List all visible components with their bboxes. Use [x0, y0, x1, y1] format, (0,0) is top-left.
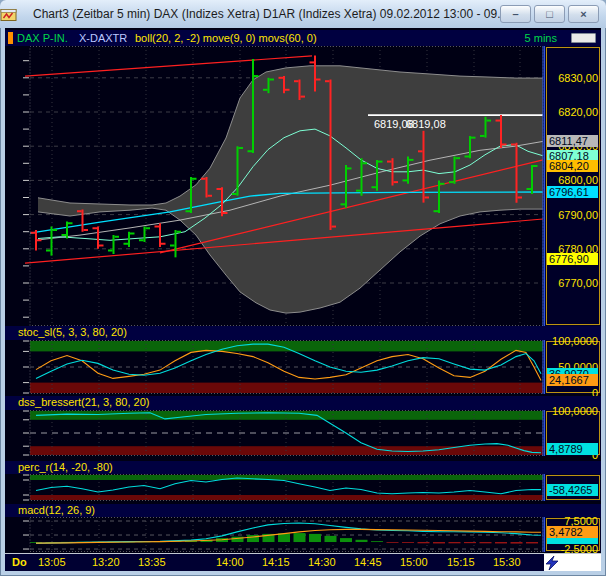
williams-r-scale: -58,4265 [544, 474, 601, 501]
value-badge: 6776,90 [547, 253, 598, 265]
instrument2-label: X-DAXTR [79, 30, 127, 46]
day-label: Do [12, 556, 27, 568]
price-scale[interactable]: 6830,006820,006810,006800,006790,006780,… [544, 46, 601, 326]
williams-r-panel-header: perc_r(14, -20, -80) [5, 461, 601, 474]
minimize-button[interactable]: – [500, 5, 531, 23]
stochastic-scale: 100,000050,0000036,907024,1667 [544, 340, 601, 394]
scale-label: 6770,00 [558, 277, 598, 289]
scale-label: 6820,00 [558, 106, 598, 118]
oversold-band [30, 495, 543, 500]
dss-scale: 100,000004,8789 [544, 410, 601, 456]
resistance-label: 6819,08 [406, 118, 446, 130]
time-label: 15:15 [447, 556, 475, 568]
scale-label: 6830,00 [558, 72, 598, 84]
titlebar[interactable]: Chart3 (Zeitbar 5 min) DAX (Indizes Xetr… [0, 0, 606, 28]
chart-client-area: DAX P-IN. X-DAXTR boll(20, 2, -2) move(9… [5, 28, 601, 571]
instrument-color-swatch [8, 32, 13, 44]
restore-button[interactable]: □ [534, 5, 565, 23]
williams-r-canvas[interactable] [5, 474, 544, 501]
chart-legend: DAX P-IN. X-DAXTR boll(20, 2, -2) move(9… [5, 30, 601, 46]
time-axis: Do 13:0513:2013:3514:0014:1514:3014:4515… [5, 554, 601, 571]
window-title: Chart3 (Zeitbar 5 min) DAX (Indizes Xetr… [33, 7, 500, 21]
close-button[interactable]: × [568, 5, 599, 23]
time-label: 14:15 [262, 556, 290, 568]
time-label: 13:05 [38, 556, 66, 568]
scale-label: 100,0000 [552, 405, 598, 417]
macd-canvas[interactable] [5, 517, 544, 552]
value-badge: 3,4782 [547, 526, 598, 538]
value-badge: 6811,47 [547, 135, 598, 147]
time-label: 15:00 [400, 556, 428, 568]
macd-scale: 7,50002,5000-2,50003,4782 [544, 517, 601, 552]
value-badge: 24,1667 [547, 374, 598, 386]
pointer-tool-button[interactable] [544, 554, 601, 571]
stochastic-panel-header: stoc_sl(5, 3, 3, 80, 20) [5, 326, 601, 340]
overbought-band [30, 475, 543, 480]
bollinger-band [38, 66, 543, 313]
macd-panel-header: macd(12, 26, 9) [5, 504, 601, 517]
scale-label: 6790,00 [558, 209, 598, 221]
scrollbar-thumb[interactable] [571, 33, 596, 43]
scale-label: 100,0000 [552, 335, 598, 347]
value-badge: 6796,61 [547, 186, 598, 198]
time-label: 13:20 [92, 556, 120, 568]
window-controls: – □ × [500, 5, 599, 23]
interval-label: 5 mins [525, 30, 557, 46]
time-label: 13:35 [138, 556, 166, 568]
chart-app-icon [9, 7, 27, 22]
scale-label: 6800,00 [558, 174, 598, 186]
value-badge: 4,8789 [547, 443, 598, 455]
dss-canvas[interactable] [5, 410, 544, 456]
stochastic-canvas[interactable] [5, 340, 544, 394]
price-chart-canvas[interactable]: 6819,086819,08 [5, 46, 544, 326]
time-label: 15:30 [493, 556, 521, 568]
overbought-band [30, 341, 543, 351]
time-label: 14:45 [354, 556, 382, 568]
time-label: 14:00 [216, 556, 244, 568]
time-label: 14:30 [308, 556, 336, 568]
instrument-label: DAX P-IN. [17, 30, 68, 46]
value-badge: -58,4265 [547, 484, 598, 496]
studies-label: boll(20, 2, -2) move(9, 0) movs(60, 0) [135, 30, 317, 46]
value-badge: 6804,20 [547, 160, 598, 172]
app-window: Chart3 (Zeitbar 5 min) DAX (Indizes Xetr… [0, 0, 606, 576]
flash-pointer-icon [544, 556, 560, 570]
dss-panel-header: dss_bressert(21, 3, 80, 20) [5, 396, 601, 410]
